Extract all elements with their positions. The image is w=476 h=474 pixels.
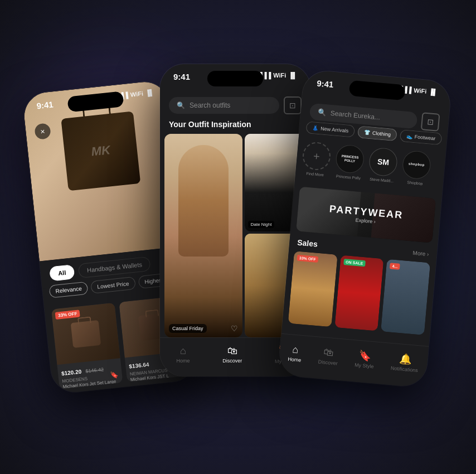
search-icon-middle: 🔍 (177, 101, 185, 109)
nav-mystyle-label-right: My Style (354, 362, 374, 369)
search-bar-middle[interactable]: 🔍 Search outfits (169, 97, 279, 114)
battery-icon-mid: ▐▌ (288, 72, 297, 79)
nav-home-label-middle: Home (176, 358, 190, 364)
new-arrivals-icon: 👗 (312, 125, 319, 131)
princess-polly-logo: PRINCESSPOLLY (335, 144, 365, 174)
heart-button-casual[interactable]: ♡ (231, 324, 238, 333)
nav-home-middle[interactable]: ⌂ Home (176, 345, 190, 364)
home-icon-right: ⌂ (292, 344, 299, 356)
sales-section-right: Sales More › 33% OFF ON SALE 4... (281, 237, 437, 346)
product-price-2: $136.64 (129, 361, 149, 370)
notifications-icon-right: 🔔 (399, 352, 412, 366)
phone-right: 9:41 ▐▐▐ WiFi ▐▌ 🔍 Search Eureka... ⊡ 👗 (278, 69, 452, 388)
nav-discover-label-right: Discover (318, 359, 338, 366)
nav-discover-middle[interactable]: 🛍 Discover (222, 345, 242, 364)
brands-row-right: + Find More PRINCESSPOLLY Princess Polly… (295, 141, 445, 187)
sale-image-2 (334, 255, 384, 331)
section-title-middle: Your Outfit Inspiration (169, 120, 251, 129)
status-time-middle: 9:41 (173, 72, 190, 81)
battery-icon-right: ▐▌ (429, 88, 438, 95)
search-placeholder-right: Search Eureka... (330, 109, 380, 122)
outfit-main-image[interactable]: Casual Friday ♡ (164, 134, 242, 337)
bookmark-icon-1[interactable]: 🔖 (110, 371, 119, 379)
dynamic-island-middle (207, 71, 263, 86)
sale-card-1[interactable]: 33% OFF (288, 251, 338, 327)
clothing-icon: 👕 (364, 129, 371, 136)
home-icon-middle: ⌂ (180, 345, 186, 357)
search-area-middle: 🔍 Search outfits ⊡ (160, 92, 310, 119)
nav-notifications-label-right: Notifications (391, 365, 419, 373)
nav-home-label-right: Home (288, 356, 302, 362)
bag-thumbnail-1 (71, 320, 101, 347)
sales-more-button[interactable]: More › (412, 249, 429, 257)
search-placeholder-middle: Search outfits (190, 101, 230, 109)
scan-button-middle[interactable]: ⊡ (284, 96, 302, 114)
mystyle-icon-right: 🔖 (358, 349, 372, 362)
find-more-label: Find More (306, 171, 324, 177)
nav-discover-label-middle: Discover (222, 358, 242, 364)
brand-steve-madden[interactable]: SM Steve Madd... (368, 147, 399, 183)
sale-image-3 (381, 259, 430, 335)
product-original-price-1: $146.42 (85, 366, 104, 374)
sales-title: Sales (297, 238, 318, 249)
sale-card-3[interactable]: 4... (381, 259, 430, 335)
nav-mystyle-right[interactable]: 🔖 My Style (354, 349, 375, 369)
steve-madden-logo: SM (368, 147, 398, 177)
add-brand-button[interactable]: + (302, 141, 332, 171)
princess-polly-label: Princess Polly (336, 174, 361, 180)
footwear-icon: 👟 (406, 133, 412, 139)
cat-clothing[interactable]: 👕 Clothing (357, 125, 397, 141)
scan-button-right[interactable]: ⊡ (421, 112, 440, 132)
status-icons-middle: ▐▐▐ WiFi ▐▌ (258, 72, 297, 79)
sale-badge-3: 4... (390, 263, 400, 270)
status-time-right: 9:41 (317, 79, 334, 90)
brand-princess-polly[interactable]: PRINCESSPOLLY Princess Polly (334, 144, 365, 180)
sale-image-1 (288, 251, 338, 327)
status-time-left: 9:41 (36, 99, 54, 110)
outfit-label-date: Date Night (248, 218, 275, 228)
discover-icon-middle: 🛍 (227, 345, 237, 357)
sales-grid: 33% OFF ON SALE 4... (283, 250, 436, 336)
partywear-banner[interactable]: PARTYWEAR Explore › (296, 187, 436, 243)
outfit-column-left: Casual Friday ♡ (164, 134, 242, 337)
battery-icon: ▐▌ (145, 89, 154, 96)
outfit-label-casual: Casual Friday (169, 324, 207, 333)
wifi-icon-mid: WiFi (273, 72, 286, 79)
product-card-1[interactable]: 33% OFF $120.20 $146.42 MODESENS Michael… (51, 303, 123, 389)
wifi-icon-right: WiFi (414, 87, 427, 95)
shopbop-logo: shopbop (401, 150, 431, 180)
shopbop-label: Shopbop (407, 180, 423, 185)
search-icon-right: 🔍 (317, 108, 326, 117)
wifi-icon: WiFi (130, 90, 143, 98)
steve-madden-label: Steve Madd... (370, 177, 394, 183)
tab-all[interactable]: All (49, 264, 75, 281)
brand-find-more[interactable]: + Find More (301, 141, 332, 177)
nav-notifications-right[interactable]: 🔔 Notifications (391, 352, 420, 373)
sale-card-2[interactable]: ON SALE (334, 255, 384, 331)
tab-handbags[interactable]: Handbags & Wallets (78, 257, 151, 278)
discover-icon-right: 🛍 (323, 346, 334, 359)
nav-home-right[interactable]: ⌂ Home (288, 343, 303, 362)
product-price-1: $120.20 (61, 369, 82, 377)
close-icon: × (40, 127, 46, 136)
phones-container: 9:41 ▐▐▐ WiFi ▐▌ MK (37, 20, 439, 454)
brand-shopbop[interactable]: shopbop Shopbop (401, 150, 431, 186)
nav-discover-right[interactable]: 🛍 Discover (318, 346, 339, 366)
